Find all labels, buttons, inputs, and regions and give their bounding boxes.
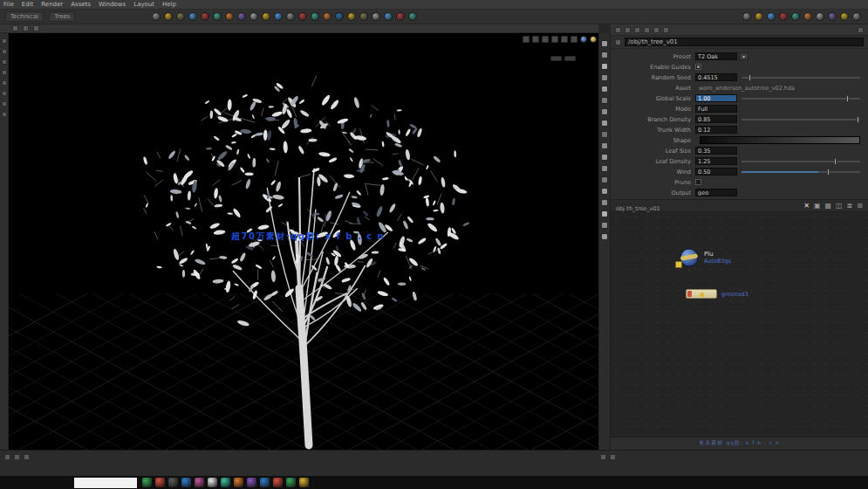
shelf-tool-icon[interactable] (803, 12, 812, 21)
viewport-side-icon[interactable] (601, 165, 608, 172)
tab-icon[interactable] (625, 27, 631, 33)
viewport-side-icon[interactable] (601, 142, 608, 149)
shelf-tool-icon[interactable] (213, 12, 222, 21)
pane-maximize-icon[interactable] (600, 454, 606, 460)
handles-icon[interactable] (2, 80, 7, 86)
shelf-tool-icon[interactable] (791, 12, 800, 21)
viewport-side-icon[interactable] (601, 199, 608, 206)
shelf-tab[interactable]: Trees (49, 11, 75, 22)
shelf-tool-icon[interactable] (384, 12, 393, 21)
viewport-side-icon[interactable] (601, 120, 608, 127)
translate-icon[interactable] (2, 49, 7, 54)
taskbar-app-icon[interactable] (273, 478, 283, 487)
shelf-tool-icon[interactable] (408, 12, 417, 21)
param-field[interactable]: 0.12 (695, 126, 737, 134)
viewport-chip[interactable] (550, 56, 562, 61)
shelf-tool-icon[interactable] (396, 12, 405, 21)
help-icon[interactable] (663, 27, 669, 33)
display-icon[interactable] (2, 112, 7, 117)
taskbar-app-icon[interactable] (286, 478, 296, 487)
viewport-side-icon[interactable] (601, 188, 608, 195)
taskbar-app-icon[interactable] (234, 478, 243, 487)
shelf-tool-icon[interactable] (225, 12, 234, 21)
shaded-mode-icon[interactable] (580, 36, 587, 43)
viewport-chip[interactable] (564, 56, 576, 61)
menu-help[interactable]: Help (162, 1, 176, 8)
menu-file[interactable]: File (3, 1, 14, 8)
shelf-tool-icon[interactable] (286, 12, 295, 21)
shelf-tool-icon[interactable] (274, 12, 283, 21)
viewport-side-icon[interactable] (601, 210, 608, 217)
shelf-tool-icon[interactable] (152, 12, 161, 21)
param-slider[interactable] (742, 119, 860, 121)
breadcrumb-item[interactable]: th_tree_v01 (626, 205, 660, 212)
shelf-tool-icon[interactable] (755, 12, 763, 21)
gizmo-icon[interactable] (571, 36, 578, 43)
taskbar-window-thumbnail[interactable] (74, 478, 137, 488)
param-field[interactable]: 1.25 (695, 157, 737, 165)
taskbar-app-icon[interactable] (208, 478, 217, 487)
breadcrumb-item[interactable]: obj (616, 205, 625, 212)
pane-split-icon[interactable] (610, 454, 616, 460)
shelf-tool-icon[interactable] (176, 12, 185, 21)
viewport-side-icon[interactable] (601, 233, 608, 240)
layout-icon[interactable]: ◫ (836, 203, 843, 210)
viewport-side-icon[interactable] (601, 108, 608, 115)
viewport-side-icon[interactable] (601, 74, 608, 81)
shelf-tool-icon[interactable] (372, 12, 380, 21)
viewport-side-icon[interactable] (601, 86, 608, 93)
node-sphere-object[interactable]: Plu AutoB3gs (679, 247, 731, 268)
collapse-icon[interactable] (858, 27, 864, 33)
viewport-side-icon[interactable] (601, 222, 608, 229)
rotate-icon[interactable] (2, 59, 7, 65)
param-menu-button[interactable]: ▾ (739, 52, 748, 60)
menu-render[interactable]: Render (41, 1, 63, 8)
param-checkbox[interactable] (695, 64, 701, 70)
grid-icon[interactable] (561, 36, 568, 43)
slider-handle[interactable] (827, 169, 830, 176)
shelf-tool-icon[interactable] (164, 12, 173, 21)
param-field[interactable]: 1.00 (695, 94, 737, 102)
shelf-tool-icon[interactable] (779, 12, 788, 21)
shelf-tool-icon[interactable] (237, 12, 246, 21)
split-icon[interactable] (23, 25, 29, 31)
param-slider[interactable] (742, 98, 860, 100)
taskbar-app-icon[interactable] (142, 478, 152, 487)
shelf-tool-icon[interactable] (816, 12, 824, 21)
menu-windows[interactable]: Windows (99, 1, 126, 8)
menu-edit[interactable]: Edit (22, 1, 34, 8)
menu-layout[interactable]: Layout (133, 1, 154, 8)
lock-icon[interactable] (644, 27, 650, 33)
viewport-side-icon[interactable] (601, 97, 608, 104)
shade-icon[interactable] (532, 36, 539, 43)
param-field[interactable]: geo (695, 189, 737, 196)
taskbar-app-icon[interactable] (181, 478, 191, 487)
viewport-side-icon[interactable] (601, 63, 608, 70)
shelf-tool-icon[interactable] (852, 12, 861, 21)
shelf-tool-icon[interactable] (298, 12, 307, 21)
select-icon[interactable] (2, 38, 7, 44)
shelf-tool-icon[interactable] (828, 12, 837, 21)
shelf-tool-icon[interactable] (335, 12, 344, 21)
shelf-tab[interactable]: Technical (5, 11, 44, 22)
recent-icon[interactable] (653, 27, 660, 33)
param-field[interactable]: T2 Oak (695, 52, 737, 60)
gear-icon[interactable] (634, 27, 640, 33)
shelf-tool-icon[interactable] (840, 12, 849, 21)
viewport-side-icon[interactable] (601, 176, 608, 183)
taskbar-app-icon[interactable] (260, 478, 270, 487)
scale-icon[interactable] (2, 70, 7, 75)
node-flag-badge[interactable] (675, 261, 682, 268)
shelf-tool-icon[interactable] (311, 12, 319, 21)
viewport-side-icon[interactable] (601, 40, 608, 47)
viewport-side-icon[interactable] (601, 131, 608, 138)
param-slider[interactable] (742, 77, 860, 79)
pin-icon[interactable] (615, 27, 621, 33)
param-field[interactable]: 0.50 (695, 168, 737, 176)
pin-icon[interactable] (33, 25, 39, 31)
viewport-3d[interactable]: 超70万素材·qq群: x f b . c n (9, 33, 598, 450)
frame-icon[interactable]: ▣ (814, 203, 821, 210)
play-icon[interactable] (4, 454, 10, 460)
taskbar-app-icon[interactable] (168, 478, 178, 487)
param-slider[interactable] (742, 161, 860, 162)
